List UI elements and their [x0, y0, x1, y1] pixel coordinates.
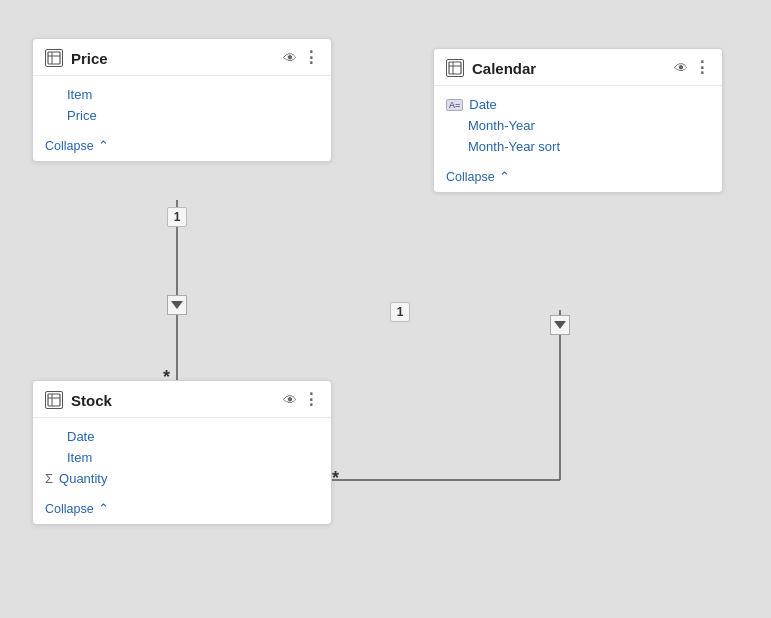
- calendar-more-icon[interactable]: ⋮: [694, 60, 710, 76]
- calendar-card: Calendar 👁 ⋮ A= Date Month-Year Month-Ye…: [433, 48, 723, 193]
- calendar-card-body: A= Date Month-Year Month-Year sort: [434, 86, 722, 163]
- price-card-header: Price 👁 ⋮: [33, 39, 331, 76]
- stock-collapse-label: Collapse: [45, 502, 94, 516]
- stock-date-label: Date: [67, 429, 94, 444]
- calendar-field-date: A= Date: [446, 94, 710, 115]
- calendar-collapse-icon: ⌃: [499, 169, 510, 184]
- price-more-icon[interactable]: ⋮: [303, 50, 319, 66]
- stock-card-header: Stock 👁 ⋮: [33, 381, 331, 418]
- calendar-eye-icon[interactable]: 👁: [674, 60, 688, 76]
- stock-eye-icon[interactable]: 👁: [283, 392, 297, 408]
- stock-field-item: Item: [45, 447, 319, 468]
- calendar-title: Calendar: [472, 60, 666, 77]
- calendar-card-icons: 👁 ⋮: [674, 60, 710, 76]
- stock-collapse-icon: ⌃: [98, 501, 109, 516]
- calendar-stock-one-label: 1: [390, 302, 410, 322]
- svg-rect-3: [48, 52, 60, 64]
- price-stock-one-label: 1: [167, 207, 187, 227]
- stock-card: Stock 👁 ⋮ Date Item Σ Quantity Collapse …: [32, 380, 332, 525]
- stock-quantity-label: Quantity: [59, 471, 107, 486]
- stock-collapse[interactable]: Collapse ⌃: [33, 495, 331, 524]
- stock-card-body: Date Item Σ Quantity: [33, 418, 331, 495]
- calendar-date-label: Date: [469, 97, 496, 112]
- calendar-date-badge: A=: [446, 99, 463, 111]
- price-card-icons: 👁 ⋮: [283, 50, 319, 66]
- calendar-card-header: Calendar 👁 ⋮: [434, 49, 722, 86]
- price-eye-icon[interactable]: 👁: [283, 50, 297, 66]
- calendar-stock-arrow: [550, 315, 570, 335]
- stock-item-label: Item: [67, 450, 92, 465]
- stock-table-icon: [45, 391, 63, 409]
- diagram-canvas: Price 👁 ⋮ Item Price Collapse ⌃ 1: [0, 0, 771, 618]
- price-stock-arrow: [167, 295, 187, 315]
- stock-field-date: Date: [45, 426, 319, 447]
- stock-field-quantity: Σ Quantity: [45, 468, 319, 489]
- calendar-month-year-sort-label: Month-Year sort: [468, 139, 560, 154]
- svg-rect-9: [449, 62, 461, 74]
- price-title: Price: [71, 50, 275, 67]
- stock-title: Stock: [71, 392, 275, 409]
- calendar-collapse-label: Collapse: [446, 170, 495, 184]
- stock-card-icons: 👁 ⋮: [283, 392, 319, 408]
- price-stock-arrow-triangle: [171, 301, 183, 309]
- price-field-price: Price: [45, 105, 319, 126]
- price-field-item: Item: [45, 84, 319, 105]
- price-collapse[interactable]: Collapse ⌃: [33, 132, 331, 161]
- price-price-label: Price: [67, 108, 97, 123]
- price-item-label: Item: [67, 87, 92, 102]
- price-collapse-label: Collapse: [45, 139, 94, 153]
- calendar-collapse[interactable]: Collapse ⌃: [434, 163, 722, 192]
- stock-sigma-icon: Σ: [45, 471, 53, 486]
- svg-rect-6: [48, 394, 60, 406]
- calendar-stock-many-label: *: [332, 468, 339, 489]
- price-card-body: Item Price: [33, 76, 331, 132]
- calendar-field-month-year: Month-Year: [446, 115, 710, 136]
- price-collapse-icon: ⌃: [98, 138, 109, 153]
- stock-more-icon[interactable]: ⋮: [303, 392, 319, 408]
- price-table-icon: [45, 49, 63, 67]
- calendar-month-year-label: Month-Year: [468, 118, 535, 133]
- price-card: Price 👁 ⋮ Item Price Collapse ⌃: [32, 38, 332, 162]
- calendar-stock-arrow-triangle: [554, 321, 566, 329]
- calendar-field-month-year-sort: Month-Year sort: [446, 136, 710, 157]
- calendar-table-icon: [446, 59, 464, 77]
